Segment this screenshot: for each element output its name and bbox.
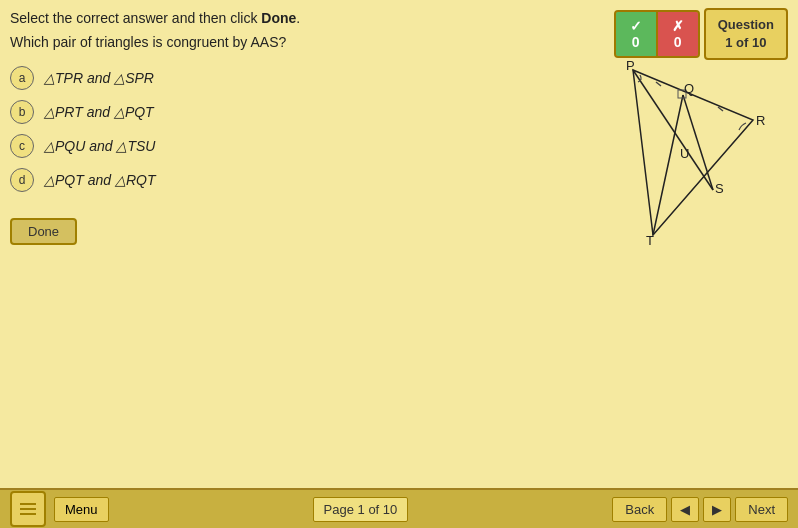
option-text-d: △PQT and △RQT [44,172,155,188]
svg-rect-15 [20,513,36,515]
next-arrow-button[interactable]: ▶ [703,497,731,522]
prev-arrow-button[interactable]: ◀ [671,497,699,522]
svg-text:U: U [680,146,689,161]
triangle-diagram: P Q R U S T [578,60,778,260]
svg-line-11 [656,82,661,86]
page-indicator: Page 1 of 10 [313,497,409,522]
menu-icon [10,491,46,527]
svg-line-3 [683,95,713,190]
footer-left: Menu [10,491,109,527]
svg-text:R: R [756,113,765,128]
option-label-b: b [10,100,34,124]
next-button[interactable]: Next [735,497,788,522]
option-label-d: d [10,168,34,192]
instruction-text: Select the correct answer and then click… [10,10,788,26]
svg-text:Q: Q [684,81,694,96]
svg-text:P: P [626,60,635,73]
footer-bar: Menu Page 1 of 10 Back ◀ ▶ Next [0,488,798,528]
option-text-c: △PQU and △TSU [44,138,155,154]
footer-right: Back ◀ ▶ Next [612,497,788,522]
question-text: Which pair of triangles is congruent by … [10,34,788,50]
svg-rect-14 [20,508,36,510]
done-button[interactable]: Done [10,218,77,245]
option-label-c: c [10,134,34,158]
svg-line-2 [653,95,683,235]
svg-text:T: T [646,233,654,248]
svg-text:S: S [715,181,724,196]
menu-button[interactable]: Menu [54,497,109,522]
back-button[interactable]: Back [612,497,667,522]
svg-rect-13 [20,503,36,505]
option-label-a: a [10,66,34,90]
option-text-b: △PRT and △PQT [44,104,154,120]
option-text-a: △TPR and △SPR [44,70,154,86]
